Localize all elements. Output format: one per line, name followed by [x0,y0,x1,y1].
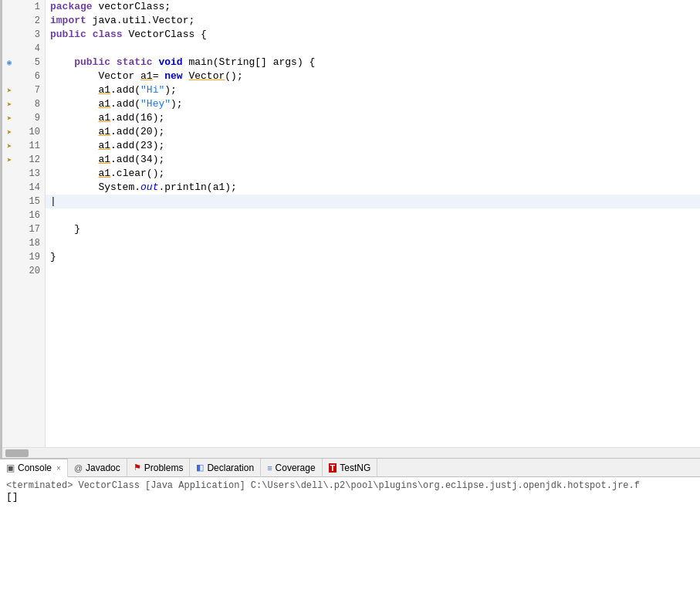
line8-arrow: ➤ [7,100,12,110]
tab-coverage[interactable]: ≡ Coverage [261,459,322,477]
kw-new: new [164,69,182,83]
code-line-6: Vector a1= new Vector(); [46,69,700,83]
kw-out: out [140,181,158,195]
gutter-5: ◉ [2,56,16,69]
kw-import: import [50,14,86,28]
line-numbers: 1 2 3 4 5 6 7 8 9 10 11 12 13 14 15 16 1… [16,0,46,447]
tab-coverage-label: Coverage [276,463,316,473]
javadoc-icon: @ [74,463,83,473]
gutter-4 [2,42,16,56]
tab-javadoc-label: Javadoc [86,463,120,473]
gutter-6 [2,69,16,83]
code-line-4 [46,42,700,56]
gutter-15 [2,195,16,208]
gutter-9: ➤ [2,111,16,125]
tab-console-label: Console [18,463,52,473]
code-line-5: public static void main(String[] args) { [46,56,700,69]
problems-icon: ⚑ [134,463,141,473]
linenum-6: 6 [16,69,45,83]
editor-area: ◉ ➤ ➤ ➤ ➤ ➤ ➤ [0,0,700,458]
gutter-11: ➤ [2,139,16,153]
kw-static: static [117,56,153,69]
console-close-icon[interactable]: × [56,464,61,473]
kw-public-5: public [74,56,110,69]
declaration-icon: ◧ [196,463,204,473]
code-line-16 [46,208,700,222]
linenum-5: 5 [16,56,45,69]
gutter-16 [2,208,16,222]
var-a1-8: a1 [98,97,110,111]
linenum-10: 10 [16,125,45,139]
str-hi: "Hi" [140,83,164,97]
line12-arrow: ➤ [7,155,12,165]
linenum-4: 4 [16,42,45,56]
console-output: <terminated> VectorClass [Java Applicati… [0,477,700,593]
type-vector: Vector [188,69,225,83]
bottom-panel: ▣ Console × @ Javadoc ⚑ Problems ◧ Decla… [0,458,700,593]
gutter-14 [2,181,16,195]
console-icon: ▣ [6,463,15,473]
code-line-20 [46,264,700,278]
var-a1-6: a1 [140,69,153,83]
gutter-13 [2,167,16,181]
line10-arrow: ➤ [7,127,12,137]
linenum-20: 20 [16,264,45,278]
horizontal-scrollbar[interactable] [2,447,700,458]
kw-void: void [158,56,182,69]
var-a1-9: a1 [98,111,110,125]
code-line-18 [46,236,700,250]
tab-javadoc[interactable]: @ Javadoc [68,459,127,477]
code-line-19: } [46,250,700,264]
linenum-3: 3 [16,28,45,42]
testng-icon: T [329,463,337,473]
tab-console[interactable]: ▣ Console × [0,459,68,477]
tab-declaration[interactable]: ◧ Declaration [190,459,261,477]
tab-testng-label: TestNG [340,463,370,473]
output-text: [] [6,491,694,503]
linenum-8: 8 [16,97,45,111]
code-line-1: package vectorClass; [46,0,700,14]
var-a1-11: a1 [98,139,110,153]
var-a1-12: a1 [98,153,110,167]
code-container: ◉ ➤ ➤ ➤ ➤ ➤ ➤ [2,0,700,447]
tabs-bar: ▣ Console × @ Javadoc ⚑ Problems ◧ Decla… [0,459,700,477]
code-line-2: import java.util.Vector; [46,14,700,28]
linenum-15: 15 [16,195,45,208]
left-gutter: ◉ ➤ ➤ ➤ ➤ ➤ ➤ [2,0,16,447]
linenum-11: 11 [16,139,45,153]
str-hey: "Hey" [140,97,171,111]
gutter-1 [2,0,16,14]
code-line-17: } [46,222,700,236]
linenum-19: 19 [16,250,45,264]
code-line-11: a1.add(23); [46,139,700,153]
kw-package: package [50,0,93,14]
code-line-13: a1.clear(); [46,167,700,181]
tab-problems[interactable]: ⚑ Problems [127,459,191,477]
linenum-16: 16 [16,208,45,222]
linenum-12: 12 [16,153,45,167]
line9-arrow: ➤ [7,114,12,124]
var-a1-7: a1 [98,83,110,97]
code-line-9: a1.add(16); [46,111,700,125]
coverage-icon: ≡ [267,463,272,473]
linenum-18: 18 [16,236,45,250]
tab-declaration-label: Declaration [207,463,254,473]
line7-arrow: ➤ [7,86,12,96]
code-line-14: System.out.println(a1); [46,181,700,195]
terminated-text: <terminated> VectorClass [Java Applicati… [6,480,694,491]
code-lines-area[interactable]: package vectorClass; import java.util.Ve… [46,0,700,447]
gutter-19 [2,250,16,264]
kw-public-3: public [50,28,86,42]
linenum-17: 17 [16,222,45,236]
gutter-18 [2,236,16,250]
code-line-8: a1.add("Hey"); [46,97,700,111]
var-a1-10: a1 [98,125,110,139]
tab-testng[interactable]: T TestNG [323,459,378,477]
gutter-8: ➤ [2,97,16,111]
code-line-7: a1.add("Hi"); [46,83,700,97]
var-a1-13: a1 [98,167,110,181]
linenum-2: 2 [16,14,45,28]
linenum-1: 1 [16,0,45,14]
kw-class: class [93,28,123,42]
scrollbar-thumb[interactable] [5,449,29,457]
